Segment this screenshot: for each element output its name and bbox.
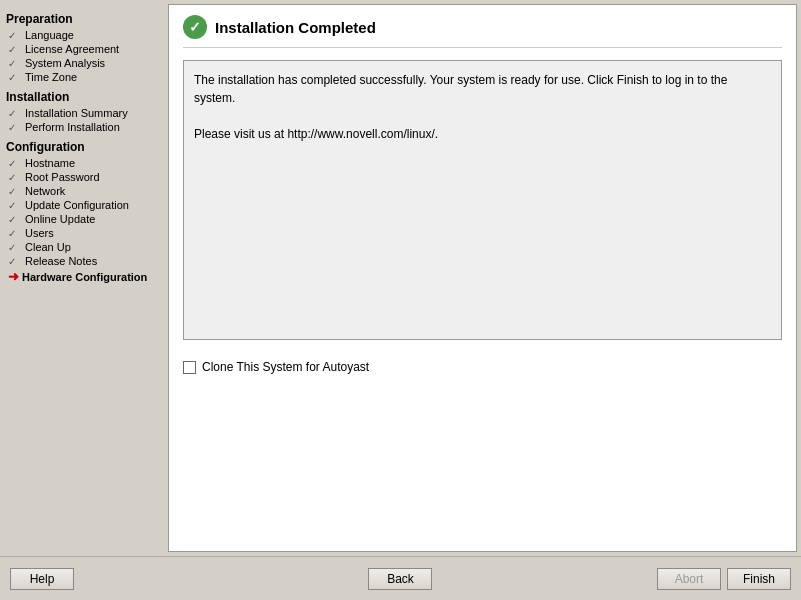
check-icon-release-notes: ✓: [8, 256, 22, 267]
content-header: Installation Completed: [183, 15, 782, 48]
sidebar-item-online-update[interactable]: ✓ Online Update: [4, 212, 164, 226]
abort-button[interactable]: Abort: [657, 568, 721, 590]
footer-right: Abort Finish: [531, 568, 791, 590]
clone-checkbox[interactable]: [183, 361, 196, 374]
check-icon-language: ✓: [8, 30, 22, 41]
success-icon: [183, 15, 207, 39]
sidebar-label-root-password: Root Password: [25, 171, 100, 183]
sidebar-item-update-configuration[interactable]: ✓ Update Configuration: [4, 198, 164, 212]
message-line2: Please visit us at http://www.novell.com…: [194, 125, 771, 143]
sidebar-item-network[interactable]: ✓ Network: [4, 184, 164, 198]
sidebar-item-root-password[interactable]: ✓ Root Password: [4, 170, 164, 184]
sidebar-section-installation: Installation: [4, 90, 164, 104]
sidebar-item-users[interactable]: ✓ Users: [4, 226, 164, 240]
footer: Help Back Abort Finish: [0, 556, 801, 600]
sidebar-item-system-analysis[interactable]: ✓ System Analysis: [4, 56, 164, 70]
check-icon-license: ✓: [8, 44, 22, 55]
page-title: Installation Completed: [215, 19, 376, 36]
sidebar-section-configuration: Configuration: [4, 140, 164, 154]
sidebar-item-hostname[interactable]: ✓ Hostname: [4, 156, 164, 170]
sidebar-item-hardware-configuration[interactable]: ➜ Hardware Configuration: [4, 268, 164, 285]
message-line1: The installation has completed successfu…: [194, 71, 771, 107]
clone-row: Clone This System for Autoyast: [183, 360, 782, 374]
sidebar-label-online-update: Online Update: [25, 213, 95, 225]
help-button[interactable]: Help: [10, 568, 74, 590]
sidebar-label-installation-summary: Installation Summary: [25, 107, 128, 119]
sidebar-label-license: License Agreement: [25, 43, 119, 55]
sidebar-label-hardware-configuration: Hardware Configuration: [22, 271, 147, 283]
sidebar-label-timezone: Time Zone: [25, 71, 77, 83]
completion-message-box: The installation has completed successfu…: [183, 60, 782, 340]
check-icon-perform-installation: ✓: [8, 122, 22, 133]
sidebar-item-language[interactable]: ✓ Language: [4, 28, 164, 42]
check-icon-timezone: ✓: [8, 72, 22, 83]
sidebar-section-preparation: Preparation: [4, 12, 164, 26]
sidebar-label-hostname: Hostname: [25, 157, 75, 169]
check-icon-network: ✓: [8, 186, 22, 197]
check-icon-system-analysis: ✓: [8, 58, 22, 69]
sidebar-label-users: Users: [25, 227, 54, 239]
clone-label: Clone This System for Autoyast: [202, 360, 369, 374]
sidebar-item-perform-installation[interactable]: ✓ Perform Installation: [4, 120, 164, 134]
sidebar-item-license[interactable]: ✓ License Agreement: [4, 42, 164, 56]
check-icon-update-configuration: ✓: [8, 200, 22, 211]
sidebar-label-language: Language: [25, 29, 74, 41]
sidebar-item-installation-summary[interactable]: ✓ Installation Summary: [4, 106, 164, 120]
check-icon-hostname: ✓: [8, 158, 22, 169]
check-icon-users: ✓: [8, 228, 22, 239]
sidebar-label-release-notes: Release Notes: [25, 255, 97, 267]
footer-center: Back: [270, 568, 530, 590]
finish-button[interactable]: Finish: [727, 568, 791, 590]
content-area: Installation Completed The installation …: [168, 4, 797, 552]
sidebar-item-timezone[interactable]: ✓ Time Zone: [4, 70, 164, 84]
sidebar-label-network: Network: [25, 185, 65, 197]
check-icon-root-password: ✓: [8, 172, 22, 183]
sidebar-label-system-analysis: System Analysis: [25, 57, 105, 69]
sidebar-label-perform-installation: Perform Installation: [25, 121, 120, 133]
arrow-icon-hardware-configuration: ➜: [8, 269, 19, 284]
check-icon-online-update: ✓: [8, 214, 22, 225]
sidebar-label-update-configuration: Update Configuration: [25, 199, 129, 211]
sidebar: Preparation ✓ Language ✓ License Agreeme…: [0, 0, 168, 556]
sidebar-item-cleanup[interactable]: ✓ Clean Up: [4, 240, 164, 254]
sidebar-item-release-notes[interactable]: ✓ Release Notes: [4, 254, 164, 268]
back-button[interactable]: Back: [368, 568, 432, 590]
check-icon-installation-summary: ✓: [8, 108, 22, 119]
check-icon-cleanup: ✓: [8, 242, 22, 253]
sidebar-label-cleanup: Clean Up: [25, 241, 71, 253]
footer-left: Help: [10, 568, 270, 590]
